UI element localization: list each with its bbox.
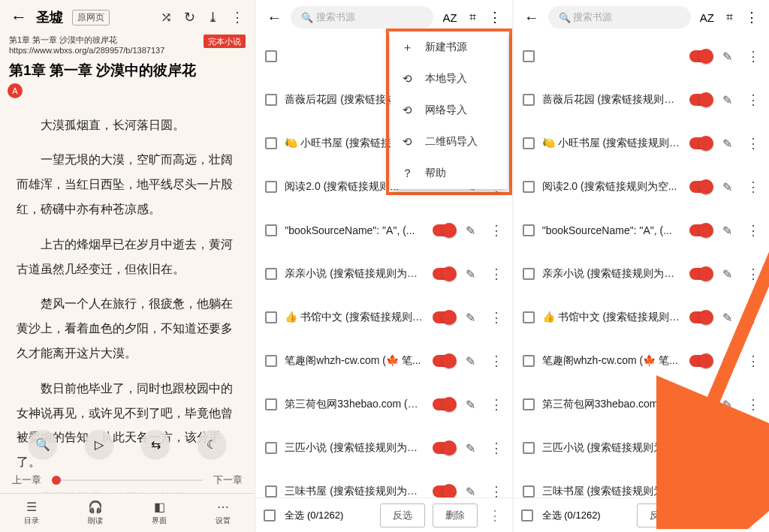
nav-ui[interactable]: ◧界面 — [128, 494, 191, 532]
row-checkbox[interactable] — [265, 50, 277, 62]
source-row[interactable]: 🍋 小旺书屋 (搜索链接规则为...✎⋮ — [514, 122, 769, 165]
row-more-icon[interactable]: ⋮ — [743, 135, 763, 152]
row-checkbox[interactable] — [265, 137, 277, 149]
edit-icon[interactable]: ✎ — [719, 180, 736, 194]
source-row[interactable]: ✎⋮ — [514, 35, 769, 78]
row-more-icon[interactable]: ⋮ — [487, 309, 506, 326]
edit-icon[interactable]: ✎ — [719, 398, 736, 412]
source-list[interactable]: ✎⋮蔷薇后花园 (搜索链接规则为...✎⋮🍋 小旺书屋 (搜索链接规则为...✎… — [514, 35, 769, 497]
invert-button[interactable]: 反选 — [380, 503, 425, 527]
row-more-icon[interactable]: ⋮ — [487, 396, 506, 413]
row-checkbox[interactable] — [523, 181, 535, 193]
edit-icon[interactable]: ✎ — [463, 398, 479, 412]
row-more-icon[interactable]: ⋮ — [743, 48, 763, 65]
back-icon[interactable]: ← — [262, 9, 286, 26]
row-checkbox[interactable] — [265, 442, 277, 454]
row-checkbox[interactable] — [523, 311, 535, 323]
edit-icon[interactable]: ✎ — [463, 224, 479, 238]
edit-icon[interactable]: ✎ — [463, 441, 479, 455]
qr-icon[interactable]: ⌗ — [466, 11, 479, 24]
row-more-icon[interactable]: ⋮ — [743, 353, 763, 369]
enable-toggle[interactable] — [433, 442, 455, 454]
enable-toggle[interactable] — [689, 485, 712, 497]
row-checkbox[interactable] — [265, 485, 277, 497]
row-more-icon[interactable]: ⋮ — [743, 179, 763, 195]
menu-qr-import[interactable]: ⟲二维码导入 — [391, 126, 508, 158]
loop-button[interactable]: ⇆ — [141, 430, 170, 458]
source-row[interactable]: 阅读2.0 (搜索链接规则为空...✎⋮ — [514, 165, 769, 209]
source-row[interactable]: 三匹小说 (搜索链接规则为空...✎⋮ — [256, 426, 511, 470]
row-more-icon[interactable]: ⋮ — [743, 440, 763, 456]
download-icon[interactable]: ⤓ — [204, 9, 222, 26]
menu-new-source[interactable]: ＋新建书源 — [391, 32, 508, 63]
row-checkbox[interactable] — [265, 224, 277, 236]
overflow-icon[interactable]: ⋮ — [484, 9, 506, 26]
back-icon[interactable]: ← — [8, 8, 30, 27]
next-chapter[interactable]: 下一章 — [213, 473, 243, 487]
row-checkbox[interactable] — [523, 137, 535, 149]
row-checkbox[interactable] — [265, 181, 277, 193]
row-more-icon[interactable]: ⋮ — [487, 222, 506, 239]
menu-network-import[interactable]: ⟲网络导入 — [391, 95, 508, 126]
source-row[interactable]: 亲亲小说 (搜索链接规则为空...✎⋮ — [514, 252, 769, 296]
source-row[interactable]: 👍 书馆中文 (搜索链接规则为...✎⋮ — [256, 296, 511, 339]
row-more-icon[interactable]: ⋮ — [487, 483, 506, 497]
select-all-checkbox[interactable] — [264, 509, 276, 521]
row-checkbox[interactable] — [523, 485, 535, 497]
enable-toggle[interactable] — [433, 311, 455, 323]
overflow-icon[interactable]: ⋮ — [740, 9, 763, 26]
edit-icon[interactable]: ✎ — [719, 311, 736, 325]
row-more-icon[interactable]: ⋮ — [743, 222, 763, 239]
nav-settings[interactable]: ⋯设置 — [191, 494, 255, 532]
enable-toggle[interactable] — [689, 311, 712, 323]
original-web-button[interactable]: 原网页 — [72, 10, 110, 26]
row-checkbox[interactable] — [265, 94, 277, 106]
menu-local-import[interactable]: ⟲本地导入 — [391, 63, 508, 95]
source-row[interactable]: 第三荷包网33hebao.com (搜...✎⋮ — [514, 383, 769, 426]
row-more-icon[interactable]: ⋮ — [743, 309, 763, 326]
source-row[interactable]: 三味书屋 (搜索链接规则为空...✎⋮ — [256, 470, 511, 497]
row-more-icon[interactable]: ⋮ — [743, 396, 763, 413]
enable-toggle[interactable] — [689, 137, 712, 149]
row-checkbox[interactable] — [523, 268, 535, 280]
row-checkbox[interactable] — [523, 398, 535, 410]
search-button[interactable]: 🔍 — [29, 430, 57, 458]
source-row[interactable]: 第三荷包网33hebao.com (搜...✎⋮ — [256, 383, 511, 426]
enable-toggle[interactable] — [689, 94, 712, 106]
edit-icon[interactable]: ✎ — [463, 354, 479, 368]
row-more-icon[interactable]: ⋮ — [743, 92, 763, 108]
font-badge[interactable]: A — [8, 83, 23, 98]
row-checkbox[interactable] — [523, 355, 535, 367]
enable-toggle[interactable] — [689, 355, 712, 367]
edit-icon[interactable]: ✎ — [719, 354, 736, 368]
source-row[interactable]: 三匹小说 (搜索链接规则为空...✎⋮ — [514, 426, 769, 470]
menu-help[interactable]: ？帮助 — [391, 158, 508, 189]
edit-icon[interactable]: ✎ — [719, 50, 736, 64]
row-checkbox[interactable] — [265, 355, 277, 367]
row-checkbox[interactable] — [265, 268, 277, 280]
row-more-icon[interactable]: ⋮ — [487, 266, 506, 282]
row-more-icon[interactable]: ⋮ — [743, 483, 763, 497]
sort-az-button[interactable]: AZ — [438, 11, 461, 24]
edit-icon[interactable]: ✎ — [719, 224, 736, 238]
row-checkbox[interactable] — [523, 94, 535, 106]
search-input[interactable]: 🔍 搜索书源 — [548, 6, 691, 29]
edit-icon[interactable]: ✎ — [463, 311, 479, 325]
row-checkbox[interactable] — [523, 50, 535, 62]
select-all-checkbox[interactable] — [521, 509, 533, 521]
enable-toggle[interactable] — [433, 485, 455, 497]
enable-toggle[interactable] — [433, 355, 455, 367]
edit-icon[interactable]: ✎ — [719, 485, 736, 498]
row-checkbox[interactable] — [523, 442, 535, 454]
shuffle-icon[interactable]: ⤮ — [158, 9, 175, 26]
enable-toggle[interactable] — [689, 50, 712, 62]
footer-more-icon[interactable]: ⋮ — [485, 507, 505, 524]
source-row[interactable]: 笔趣阁whzh-cw.com (🍁 笔...✎⋮ — [514, 339, 769, 383]
source-row[interactable]: 👍 书馆中文 (搜索链接规则为...✎⋮ — [514, 296, 769, 339]
footer-more-icon[interactable]: ⋮ — [742, 507, 761, 524]
enable-toggle[interactable] — [689, 224, 712, 236]
play-button[interactable]: ▷ — [85, 430, 113, 458]
enable-toggle[interactable] — [433, 398, 455, 410]
qr-icon[interactable]: ⌗ — [723, 11, 736, 24]
search-input[interactable]: 🔍 搜索书源 — [291, 6, 433, 29]
